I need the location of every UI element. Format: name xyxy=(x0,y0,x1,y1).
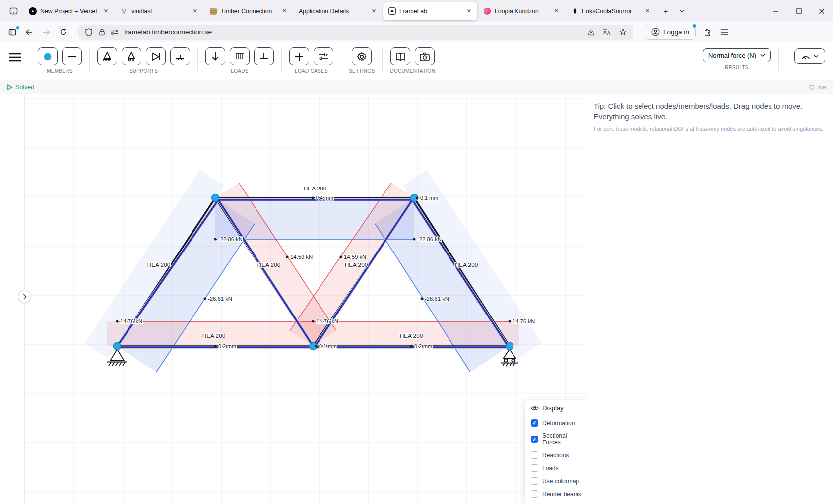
truss-node[interactable] xyxy=(114,343,121,350)
force-label-dot xyxy=(204,298,206,300)
download-icon[interactable] xyxy=(584,26,597,38)
truss-node[interactable] xyxy=(212,194,219,202)
shield-icon[interactable] xyxy=(82,26,95,38)
node-icon xyxy=(42,51,53,62)
camera-icon xyxy=(419,51,431,62)
point-load-button[interactable] xyxy=(205,47,225,65)
load-case-settings-button[interactable] xyxy=(314,47,333,65)
tip-text: Tip: Click to select nodes/members/loads… xyxy=(594,101,823,122)
pin-support-button[interactable] xyxy=(97,47,117,65)
checkbox[interactable] xyxy=(531,464,538,472)
tab-close-icon[interactable]: ✕ xyxy=(552,7,561,15)
minimize-button[interactable] xyxy=(765,0,787,22)
close-window-button[interactable] xyxy=(810,0,833,22)
vercel-icon: ▲ xyxy=(29,7,37,15)
tab-close-icon[interactable]: ✕ xyxy=(465,7,473,15)
checkbox[interactable]: ✓ xyxy=(531,419,538,427)
url-text[interactable]: framelab.timberconnection.se xyxy=(124,28,584,36)
add-load-case-button[interactable] xyxy=(289,47,309,65)
force-value-label: 14.76 kN xyxy=(316,318,338,324)
new-tab-button[interactable]: + xyxy=(659,4,673,18)
display-option-render-beams[interactable]: Render beams xyxy=(525,487,588,500)
tab-close-icon[interactable]: ✕ xyxy=(643,7,652,15)
model-canvas[interactable]: HEA 200HEA 200HEA 200HEA 200HEA 200HEA 2… xyxy=(0,94,588,504)
tab-close-icon[interactable]: ✕ xyxy=(102,7,110,15)
group-loads: LOADS xyxy=(205,47,274,74)
timber-icon xyxy=(209,7,217,15)
checkbox[interactable] xyxy=(531,490,538,498)
add-member-button[interactable] xyxy=(62,47,82,65)
help-panel: Tip: Click to select nodes/members/loads… xyxy=(588,94,833,504)
tab-framelab-active[interactable]: FrameLab ✕ xyxy=(383,2,477,20)
roller-support-button[interactable] xyxy=(122,47,141,65)
tab-close-icon[interactable]: ✕ xyxy=(280,7,289,15)
display-option-reactions[interactable]: Reactions xyxy=(525,448,588,461)
extensions-button[interactable] xyxy=(701,25,715,39)
add-node-button[interactable] xyxy=(38,47,58,65)
member-section-label: HEA 200 xyxy=(455,261,478,268)
results-type-select[interactable]: Normal force (N) xyxy=(703,48,771,62)
sidebar-toggle-button[interactable] xyxy=(5,25,20,39)
tab-title: EriksCoolaSnurror xyxy=(582,8,632,15)
permissions-icon[interactable] xyxy=(108,26,121,38)
tab-timber-connection[interactable]: Timber Connection ✕ xyxy=(204,2,293,20)
notification-dot xyxy=(16,26,19,29)
distributed-load-button[interactable] xyxy=(230,47,250,65)
chevron-right-icon xyxy=(23,294,27,300)
tab-close-icon[interactable]: ✕ xyxy=(370,7,378,15)
horizontal-roller-support-button[interactable] xyxy=(146,47,166,65)
solved-status: Solved xyxy=(7,84,34,91)
chevron-down-icon xyxy=(760,54,765,57)
app-hamburger-button[interactable] xyxy=(0,47,30,67)
slider-support-icon xyxy=(174,51,186,63)
display-panel-header: Display xyxy=(525,400,588,416)
checkbox[interactable] xyxy=(531,477,538,485)
sliders-icon xyxy=(318,51,329,62)
display-option-deformation[interactable]: ✓Deformation xyxy=(525,416,588,429)
maximize-button[interactable] xyxy=(787,0,810,22)
slider-support-button[interactable] xyxy=(170,47,190,65)
refresh-icon xyxy=(809,84,815,90)
firefox-view-button[interactable] xyxy=(6,4,21,19)
divider xyxy=(341,47,341,71)
translate-icon[interactable]: A xyxy=(600,26,613,38)
expand-sidebar-button[interactable] xyxy=(18,290,31,303)
forward-button[interactable] xyxy=(39,25,54,39)
settings-button[interactable] xyxy=(352,47,372,65)
solver-speed-button[interactable] xyxy=(794,48,825,64)
checkbox[interactable]: ✓ xyxy=(531,436,538,443)
tab-application-details[interactable]: Application Details ✕ xyxy=(294,2,382,20)
group-label: RESULTS xyxy=(725,65,748,70)
tab-close-icon[interactable]: ✕ xyxy=(191,7,199,15)
member-section-label: HEA 200 xyxy=(257,261,281,268)
display-panel-title: Display xyxy=(542,404,564,412)
tab-new-project-vercel[interactable]: ▲ New Project – Vercel ✕ xyxy=(24,2,114,20)
tab-vindlast[interactable]: V vindlast ✕ xyxy=(115,2,203,20)
back-button[interactable] xyxy=(22,25,37,39)
checkbox[interactable] xyxy=(531,451,538,459)
screenshot-button[interactable] xyxy=(415,47,435,65)
login-button[interactable]: Logga in xyxy=(645,25,696,40)
documentation-button[interactable] xyxy=(390,47,410,65)
app-menu-button[interactable] xyxy=(717,25,732,39)
url-bar[interactable]: framelab.timberconnection.se A xyxy=(78,25,633,40)
displacement-value-label: 0.1 mm xyxy=(319,343,337,349)
group-load-cases: LOAD CASES xyxy=(289,47,333,74)
tab-erikscoolasnurror[interactable]: EriksCoolaSnurror ✕ xyxy=(566,2,656,20)
display-option-loads[interactable]: Loads xyxy=(525,461,588,474)
display-option-sectional-forces[interactable]: ✓Sectional Forces xyxy=(525,429,588,448)
moment-load-button[interactable] xyxy=(254,47,274,65)
truss-scene[interactable]: HEA 200HEA 200HEA 200HEA 200HEA 200HEA 2… xyxy=(0,94,588,504)
list-tabs-chevron[interactable] xyxy=(675,4,689,18)
display-option-use-colormap[interactable]: Use colormap xyxy=(525,474,588,487)
results-select-value: Normal force (N) xyxy=(708,52,756,59)
lock-icon[interactable] xyxy=(95,26,108,38)
tab-title: FrameLab xyxy=(399,8,427,15)
divider xyxy=(778,47,779,71)
svg-text:A: A xyxy=(607,31,611,36)
force-value-label: -26.61 kN xyxy=(425,296,449,302)
tab-loopia-kundzon[interactable]: Loopia Kundzon ✕ xyxy=(478,2,565,20)
truss-node[interactable] xyxy=(506,343,513,350)
reload-button[interactable] xyxy=(56,25,70,39)
bookmark-star-icon[interactable] xyxy=(616,26,629,38)
